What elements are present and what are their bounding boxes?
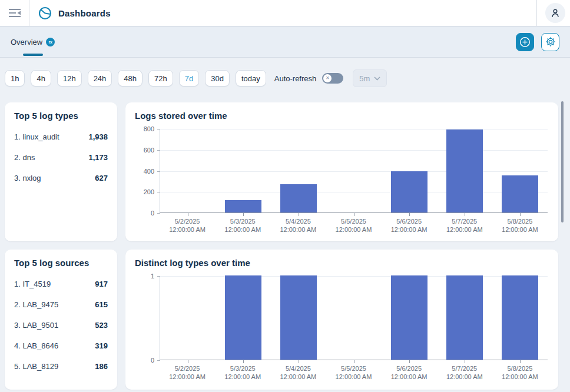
- bar: [280, 275, 317, 360]
- auto-refresh-label: Auto-refresh: [274, 74, 317, 83]
- tab-overview-badge: rx: [46, 38, 55, 46]
- page-scrollbar-thumb[interactable]: [561, 101, 564, 222]
- time-range-button-7d[interactable]: 7d: [179, 70, 199, 87]
- y-axis-tick-label: 600: [144, 147, 154, 154]
- add-dashboard-button[interactable]: [516, 33, 534, 51]
- y-axis-tick-label: 1: [151, 273, 154, 280]
- list-item: 3. LAB_9501523: [14, 321, 108, 330]
- x-axis-tick-label: 5/7/202512:00:00 AM: [437, 364, 492, 381]
- bar: [280, 184, 317, 212]
- list-item: 4. LAB_8646319: [14, 341, 108, 350]
- active-tab-indicator: [23, 54, 43, 56]
- y-axis-tick-label: 0: [151, 357, 154, 364]
- time-range-toolbar: 1h4h12h24h48h72h7d30dtoday Auto-refresh …: [0, 58, 570, 87]
- x-axis-tick-label: 5/8/202512:00:00 AM: [492, 364, 548, 381]
- list-item-label: 5. LAB_8129: [14, 362, 58, 371]
- time-range-button-72h[interactable]: 72h: [148, 70, 173, 87]
- bar: [502, 275, 539, 360]
- time-range-button-4h[interactable]: 4h: [31, 70, 51, 87]
- time-range-button-today[interactable]: today: [236, 70, 266, 87]
- list-item-label: 3. nxlog: [14, 174, 41, 182]
- time-range-button-12h[interactable]: 12h: [57, 70, 82, 87]
- list-item: 1. linux_audit1,938: [14, 132, 108, 141]
- logs-stored-bar-chart: 02004006008005/2/202512:00:00 AM5/3/2025…: [135, 129, 549, 234]
- list-item-value: 186: [95, 362, 108, 371]
- list-item-label: 2. LAB_9475: [14, 300, 58, 309]
- tab-overview[interactable]: Overview rx: [7, 26, 58, 57]
- card-title: Distinct log types over time: [135, 258, 549, 268]
- list-item-label: 3. LAB_9501: [14, 321, 58, 330]
- list-item: 1. IT_4519917: [14, 280, 108, 288]
- hamburger-collapse-icon: [8, 7, 22, 19]
- card-title: Top 5 log types: [14, 111, 108, 121]
- x-axis-tick-label: 5/2/202512:00:00 AM: [160, 217, 215, 234]
- bar: [391, 275, 428, 360]
- list-item: 3. nxlog627: [14, 174, 108, 182]
- user-menu-button[interactable]: [545, 3, 565, 23]
- dashboard-grid: Top 5 log types 1. linux_audit1,9382. dn…: [5, 102, 558, 390]
- list-item-value: 1,173: [88, 153, 108, 162]
- list-item-label: 1. IT_4519: [14, 280, 51, 288]
- user-icon: [549, 7, 561, 19]
- top-bar: Dashboards: [0, 0, 570, 26]
- time-range-button-24h[interactable]: 24h: [88, 70, 112, 87]
- bar: [225, 275, 262, 360]
- bar: [391, 171, 428, 212]
- card-title: Logs stored over time: [135, 111, 549, 121]
- x-axis-tick-label: 5/4/202512:00:00 AM: [270, 217, 326, 234]
- x-axis-tick-label: 5/8/202512:00:00 AM: [492, 217, 548, 234]
- top-log-sources-card: Top 5 log sources 1. IT_45199172. LAB_94…: [5, 250, 117, 390]
- logs-stored-chart-card: Logs stored over time 02004006008005/2/2…: [125, 102, 558, 241]
- top-log-types-card: Top 5 log types 1. linux_audit1,9382. dn…: [5, 102, 117, 241]
- x-axis-tick-label: 5/4/202512:00:00 AM: [270, 364, 326, 381]
- y-axis-tick-label: 200: [144, 188, 154, 195]
- dashboard-tab-bar: Overview rx: [0, 26, 570, 58]
- distinct-log-types-bar-chart: 015/2/202512:00:00 AM5/3/202512:00:00 AM…: [135, 276, 549, 381]
- page-title: Dashboards: [58, 8, 111, 18]
- y-axis-tick-label: 800: [144, 125, 154, 132]
- auto-refresh-toggle[interactable]: ✕: [322, 73, 343, 84]
- x-axis-tick-label: 5/2/202512:00:00 AM: [160, 364, 215, 381]
- sidebar-toggle-button[interactable]: [0, 0, 29, 26]
- dashboard-settings-button[interactable]: [541, 33, 559, 51]
- time-range-button-30d[interactable]: 30d: [205, 70, 230, 87]
- list-item: 2. dns1,173: [14, 153, 108, 162]
- y-axis-tick-label: 400: [144, 168, 154, 175]
- bar: [502, 175, 539, 212]
- toggle-off-icon: ✕: [323, 74, 332, 82]
- list-item-value: 627: [95, 174, 108, 182]
- y-axis-tick-label: 0: [151, 210, 154, 217]
- x-axis-tick-label: 5/6/202512:00:00 AM: [382, 217, 437, 234]
- list-item: 5. LAB_8129186: [14, 362, 108, 371]
- list-item: 2. LAB_9475615: [14, 300, 108, 309]
- card-title: Top 5 log sources: [14, 258, 108, 268]
- tab-overview-label: Overview: [11, 38, 42, 46]
- distinct-log-types-chart-card: Distinct log types over time 015/2/20251…: [125, 250, 558, 390]
- plus-circle-icon: [519, 36, 531, 48]
- bar: [225, 200, 262, 212]
- bar: [446, 129, 483, 212]
- x-axis-tick-label: 5/7/202512:00:00 AM: [437, 217, 492, 234]
- list-item-label: 2. dns: [14, 153, 35, 162]
- refresh-interval-select[interactable]: 5m: [353, 69, 387, 87]
- gear-icon: [545, 36, 556, 47]
- time-range-button-48h[interactable]: 48h: [118, 70, 142, 87]
- list-item-value: 319: [95, 341, 108, 350]
- time-range-button-1h[interactable]: 1h: [5, 70, 25, 87]
- list-item-value: 615: [95, 300, 108, 309]
- refresh-interval-value: 5m: [359, 74, 370, 83]
- x-axis-tick-label: 5/3/202512:00:00 AM: [215, 217, 270, 234]
- list-item-value: 1,938: [88, 132, 108, 141]
- list-item-label: 1. linux_audit: [14, 132, 59, 141]
- bar: [446, 275, 483, 360]
- chevron-down-icon: [374, 77, 380, 81]
- x-axis-tick-label: 5/5/202512:00:00 AM: [326, 217, 381, 234]
- list-item-label: 4. LAB_8646: [14, 341, 58, 350]
- x-axis-tick-label: 5/6/202512:00:00 AM: [382, 364, 437, 381]
- list-item-value: 523: [95, 321, 108, 330]
- x-axis-tick-label: 5/5/202512:00:00 AM: [326, 364, 381, 381]
- list-item-value: 917: [95, 280, 108, 288]
- dashboards-logo-icon: [38, 6, 52, 21]
- x-axis-tick-label: 5/3/202512:00:00 AM: [215, 364, 270, 381]
